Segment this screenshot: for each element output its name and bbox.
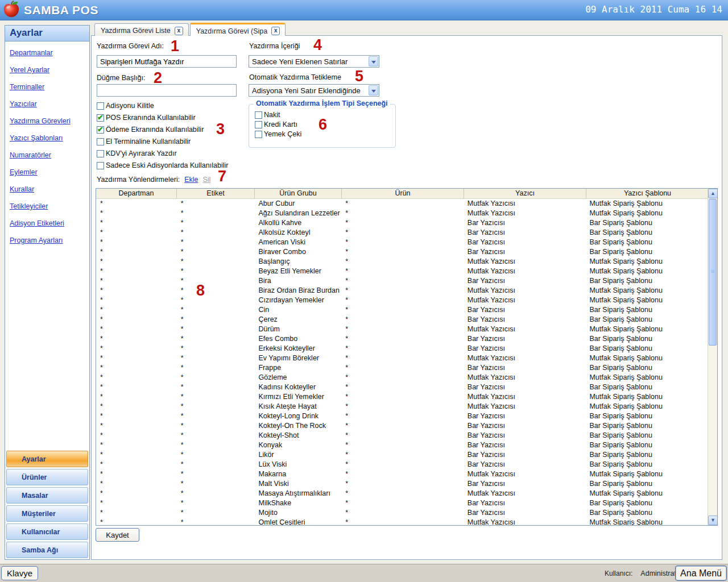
table-cell: * <box>96 421 177 431</box>
table-row[interactable]: **Kadınsı Kokteyller*Bar YazıcısıBar Sip… <box>96 383 708 392</box>
table-row[interactable]: **Frappe*Bar YazıcısıBar Sipariş Şablonu <box>96 363 708 373</box>
table-row[interactable]: **Kısık Ateşte Hayat*Mutfak YazıcısıMutf… <box>96 402 708 411</box>
tab-yazdirma-gorevi-listesi[interactable]: Yazdırma Görevi Liste x <box>94 23 189 36</box>
column-header-yazici[interactable]: Yazıcı <box>464 189 586 198</box>
table-row[interactable]: **Ev Yapımı Börekler*Mutfak YazıcısıMutf… <box>96 354 708 363</box>
sidebar-item-adisyon-etiketleri[interactable]: Adisyon Etiketleri <box>5 215 89 232</box>
table-row[interactable]: **Kokteyl-Long Drink*Bar YazıcısıBar Sip… <box>96 411 708 421</box>
table-row[interactable]: **Alkollü Kahve*Bar YazıcısıBar Sipariş … <box>96 218 708 228</box>
table-row[interactable]: **Dürüm*Mutfak YazıcısıMutfak Sipariş Şa… <box>96 325 708 334</box>
tab-close-icon[interactable]: x <box>175 27 183 35</box>
table-row[interactable]: **Alkolsüz Kokteyl*Bar YazıcısıBar Sipar… <box>96 228 708 238</box>
chevron-down-icon[interactable] <box>369 56 378 66</box>
checkbox-kdv-ayirarak[interactable]: KDV'yi Ayırarak Yazdır <box>97 149 177 157</box>
table-row[interactable]: **Mojito*Bar YazıcısıBar Sipariş Şablonu <box>96 508 708 518</box>
nav-button-ayarlar[interactable]: Ayarlar <box>6 451 88 467</box>
checkbox-yemek-ceki[interactable]: Yemek Çeki <box>255 130 301 138</box>
table-row[interactable]: **Başlangıç*Mutfak YazıcısıMutfak Sipari… <box>96 257 708 267</box>
checkbox-odeme-ekraninda[interactable]: Ödeme Ekranında Kullanılabilir <box>97 126 204 134</box>
checkbox-sadece-eski[interactable]: Sadece Eski Adisyonlarda Kullanılabilir <box>97 161 228 169</box>
checkbox-pos-ekraninda[interactable]: POS Ekranında Kullanılabilir <box>97 114 196 122</box>
table-row[interactable]: **Bira*Bar YazıcısıBar Sipariş Şablonu <box>96 276 708 286</box>
scroll-up-icon[interactable]: ▲ <box>708 189 718 198</box>
save-button[interactable]: Kaydet <box>96 528 139 542</box>
chevron-down-icon[interactable] <box>369 85 378 95</box>
sidebar-item-program-ayarlari[interactable]: Program Ayarları <box>5 232 89 249</box>
checkbox-nakit[interactable]: Nakit <box>255 111 280 119</box>
nav-button-urunler[interactable]: Ürünler <box>6 469 88 485</box>
checkbox-adisyonu-kilitle[interactable]: Adisyonu Kilitle <box>97 102 154 110</box>
table-row[interactable]: **Beyaz Etli Yemekler*Mutfak YazıcısıMut… <box>96 267 708 276</box>
sidebar-item-kurallar[interactable]: Kurallar <box>5 181 89 198</box>
sidebar-item-tetikleyiciler[interactable]: Tetikleyiciler <box>5 198 89 215</box>
checkbox-box-icon[interactable] <box>97 162 104 169</box>
tab-yazdirma-gorevi-siparis[interactable]: Yazdırma Görevi (Sipa x <box>190 23 286 36</box>
scroll-down-icon[interactable]: ▼ <box>708 516 718 525</box>
column-header-yazici-sablonu[interactable]: Yazıcı Şablonu <box>586 189 709 198</box>
table-row[interactable]: **Cızırdayan Yemekler*Mutfak YazıcısıMut… <box>96 296 708 305</box>
table-cell: * <box>177 421 255 431</box>
table-cell: * <box>341 286 464 296</box>
table-row[interactable]: **Efes Combo*Bar YazıcısıBar Sipariş Şab… <box>96 334 708 344</box>
sidebar-item-numaratorler[interactable]: Numaratörler <box>5 147 89 164</box>
column-header-etiket[interactable]: Etiket <box>177 189 255 198</box>
checkbox-box-icon[interactable] <box>97 102 104 110</box>
sidebar-item-yazicilar[interactable]: Yazıcılar <box>5 95 89 113</box>
auto-trigger-select[interactable]: Adisyona Yeni Satır Eklendiğinde <box>249 84 379 97</box>
sidebar-item-yazdirma-gorevleri[interactable]: Yazdırma Görevleri <box>5 113 89 130</box>
table-row[interactable]: **Malt Viski*Bar YazıcısıBar Sipariş Şab… <box>96 479 708 489</box>
sidebar-item-terminaller[interactable]: Terminaller <box>5 78 89 95</box>
checkbox-box-icon[interactable] <box>97 138 104 146</box>
checkbox-box-icon[interactable] <box>255 121 262 128</box>
table-row[interactable]: **Çerez*Bar YazıcısıBar Sipariş Şablonu <box>96 315 708 325</box>
checkbox-box-icon[interactable] <box>97 114 104 122</box>
table-cell: * <box>341 392 464 402</box>
table-row[interactable]: **Konyak*Bar YazıcısıBar Sipariş Şablonu <box>96 440 708 450</box>
checkbox-kredi-karti[interactable]: Kredi Kartı <box>255 120 297 128</box>
table-row[interactable]: **Makarna*Mutfak YazıcısıMutfak Sipariş … <box>96 469 708 479</box>
column-header-urun[interactable]: Ürün <box>342 189 464 198</box>
table-row[interactable]: **Biraz Ordan Biraz Burdan*Mutfak Yazıcı… <box>96 286 708 296</box>
sidebar-item-eylemler[interactable]: Eylemler <box>5 164 89 181</box>
nav-button-musteriler[interactable]: Müşteriler <box>6 505 88 522</box>
sidebar-item-yazici-sablonlari[interactable]: Yazıcı Şablonları <box>5 130 89 147</box>
table-row[interactable]: **Cin*Bar YazıcısıBar Sipariş Şablonu <box>96 305 708 315</box>
table-row[interactable]: **Masaya Atıştırmalıkları*Mutfak Yazıcıs… <box>96 489 708 498</box>
table-cell: * <box>177 305 255 315</box>
table-row[interactable]: **Kokteyl-Shot*Bar YazıcısıBar Sipariş Ş… <box>96 431 708 440</box>
table-cell: * <box>341 498 464 508</box>
table-row[interactable]: **Kırmızı Etli Yemekler*Mutfak YazıcısıM… <box>96 392 708 402</box>
checkbox-el-terminaline[interactable]: El Terminaline Kullanılabilir <box>97 138 191 146</box>
table-row[interactable]: **MilkShake*Bar YazıcısıBar Sipariş Şabl… <box>96 498 708 508</box>
table-row[interactable]: **Erkeksi Kokteyller*Bar YazıcısıBar Sip… <box>96 344 708 354</box>
table-row[interactable]: **Gözleme*Mutfak YazıcısıMutfak Sipariş … <box>96 373 708 383</box>
button-title-input[interactable] <box>97 84 237 97</box>
table-row[interactable]: **Ağzı Sulandıran Lezzetler*Mutfak Yazıc… <box>96 209 708 218</box>
sidebar-item-yerel-ayarlar[interactable]: Yerel Ayarlar <box>5 61 89 78</box>
tab-close-icon[interactable]: x <box>271 27 280 35</box>
nav-button-samba-agi[interactable]: Samba Ağı <box>6 542 88 558</box>
table-row[interactable]: **American Viski*Bar YazıcısıBar Sipariş… <box>96 238 708 247</box>
scrollbar-thumb[interactable] <box>709 199 717 346</box>
column-header-urun-grubu[interactable]: Ürün Grubu <box>255 189 342 198</box>
checkbox-box-icon[interactable] <box>97 150 104 157</box>
add-route-link[interactable]: Ekle <box>184 176 198 184</box>
task-name-input[interactable] <box>97 55 237 68</box>
checkbox-box-icon[interactable] <box>255 111 262 119</box>
nav-button-masalar[interactable]: Masalar <box>6 487 88 504</box>
table-row[interactable]: **Lüx Viski*Bar YazıcısıBar Sipariş Şabl… <box>96 460 708 469</box>
table-row[interactable]: **Omlet Çeşitleri*Mutfak YazıcısıMutfak … <box>96 518 708 525</box>
keyboard-button[interactable]: Klavye <box>1 566 38 580</box>
table-scrollbar[interactable]: ▲ ▼ <box>708 189 717 525</box>
checkbox-box-icon[interactable] <box>97 126 104 134</box>
main-menu-button[interactable]: Ana Menü <box>675 566 727 581</box>
checkbox-box-icon[interactable] <box>255 131 262 138</box>
column-header-departman[interactable]: Departman <box>96 189 177 198</box>
print-content-select[interactable]: Sadece Yeni Eklenen Satırlar <box>249 55 379 68</box>
nav-button-kullanicilar[interactable]: Kullanıcılar <box>6 523 88 540</box>
sidebar-item-departmanlar[interactable]: Departmanlar <box>5 44 89 61</box>
table-row[interactable]: **Abur Cubur*Mutfak YazıcısıMutfak Sipar… <box>96 199 708 209</box>
table-row[interactable]: **Kokteyl-On The Rock*Bar YazıcısıBar Si… <box>96 421 708 431</box>
table-row[interactable]: **Likör*Bar YazıcısıBar Sipariş Şablonu <box>96 450 708 460</box>
table-row[interactable]: **Biraver Combo*Bar YazıcısıBar Sipariş … <box>96 247 708 257</box>
